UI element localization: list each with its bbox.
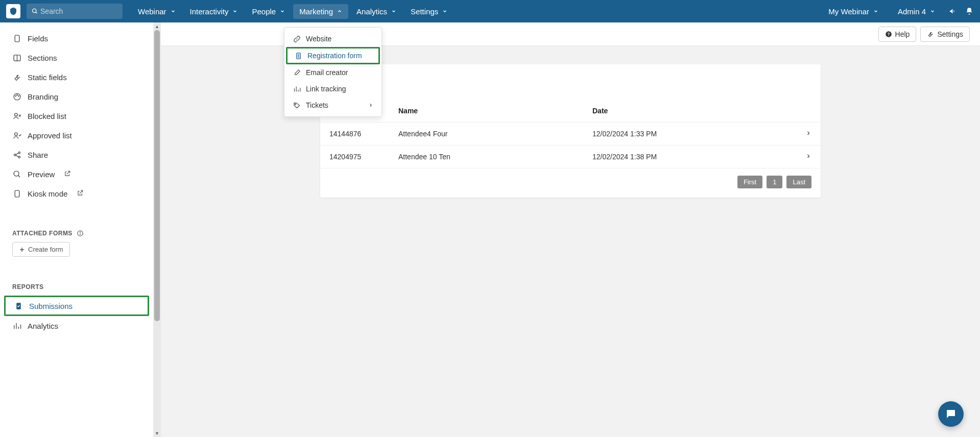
- sidebar-branding[interactable]: Branding: [0, 87, 153, 106]
- col-name: Name: [389, 100, 583, 123]
- nav-analytics[interactable]: Analytics: [350, 4, 402, 19]
- clipboard-check-icon: [14, 301, 23, 310]
- sidebar-label: Analytics: [28, 322, 58, 330]
- search-input[interactable]: [40, 7, 117, 15]
- wrench-icon: [12, 72, 21, 82]
- megaphone-icon: [949, 7, 957, 15]
- nav-label: Analytics: [356, 7, 387, 16]
- link-icon: [293, 35, 301, 43]
- dropdown-website[interactable]: Website: [284, 31, 381, 47]
- sidebar-label: Submissions: [29, 302, 73, 310]
- nav-user[interactable]: Admin 4: [892, 4, 941, 19]
- svg-line-28: [18, 175, 20, 177]
- svg-point-32: [80, 232, 80, 232]
- chevron-down-icon: [930, 9, 935, 14]
- search-box[interactable]: [27, 4, 123, 19]
- submissions-card: Submissions ID Name Date 14144876 Attend…: [320, 64, 821, 198]
- dropdown-tickets[interactable]: Tickets: [284, 97, 381, 113]
- pagination: First 1 Last: [320, 168, 821, 188]
- dropdown-registration-form[interactable]: Registration form: [286, 47, 380, 64]
- tablet-icon: [12, 189, 21, 198]
- chevron-down-icon: [442, 9, 447, 14]
- edit-icon: [293, 68, 301, 77]
- row-expand[interactable]: [795, 145, 821, 168]
- nav-label: Admin 4: [898, 7, 926, 16]
- user-check-icon: [12, 131, 21, 140]
- nav-webinar[interactable]: Webinar: [132, 4, 182, 19]
- marketing-dropdown: Website Registration form Email creator …: [284, 27, 382, 117]
- chevron-down-icon: [171, 9, 176, 14]
- sidebar-kiosk-mode[interactable]: Kiosk mode: [0, 184, 153, 203]
- button-label: Settings: [937, 30, 963, 38]
- bell-icon: [965, 7, 973, 15]
- sidebar-label: Fields: [28, 34, 48, 43]
- nav-my-webinar[interactable]: My Webinar: [822, 4, 885, 19]
- megaphone-button[interactable]: [948, 7, 958, 16]
- chat-button[interactable]: [938, 401, 964, 427]
- chevron-down-icon: [391, 9, 396, 14]
- svg-point-17: [18, 95, 18, 96]
- dropdown-email-creator[interactable]: Email creator: [284, 64, 381, 81]
- sidebar-static-fields[interactable]: Static fields: [0, 67, 153, 87]
- sidebar-fields[interactable]: Fields: [0, 29, 153, 48]
- external-link-icon: [64, 170, 71, 179]
- nav-interactivity[interactable]: Interactivity: [184, 4, 244, 19]
- dropdown-label: Email creator: [306, 68, 348, 77]
- sidebar: Fields Sections Static fields Branding B…: [0, 22, 153, 437]
- nav-label: Interactivity: [190, 7, 229, 16]
- svg-point-16: [16, 94, 17, 95]
- nav-settings[interactable]: Settings: [404, 4, 453, 19]
- create-form-button[interactable]: Create form: [12, 242, 70, 257]
- sidebar-blocked-list[interactable]: Blocked list: [0, 106, 153, 126]
- sidebar-sections[interactable]: Sections: [0, 48, 153, 67]
- scrollbar-thumb[interactable]: [154, 30, 160, 321]
- sidebar-label: Sections: [28, 54, 57, 62]
- row-expand[interactable]: [795, 123, 821, 145]
- share-icon: [12, 150, 21, 159]
- nav-marketing[interactable]: Marketing: [293, 4, 348, 19]
- external-link-icon: [77, 189, 84, 198]
- sidebar-approved-list[interactable]: Approved list: [0, 126, 153, 145]
- sidebar-label: Preview: [28, 170, 55, 179]
- clipboard-icon: [294, 52, 302, 60]
- page-last-button[interactable]: Last: [786, 176, 811, 188]
- nav-label: Settings: [411, 7, 438, 16]
- columns-icon: [12, 53, 21, 62]
- nav-label: People: [252, 7, 276, 16]
- info-icon[interactable]: [77, 230, 84, 237]
- sidebar-analytics[interactable]: Analytics: [0, 316, 153, 335]
- scroll-up-arrow[interactable]: ▲: [153, 22, 161, 30]
- svg-rect-29: [15, 190, 19, 197]
- clipboard-icon: [12, 34, 21, 43]
- logo-icon: [9, 7, 18, 16]
- table-row[interactable]: 14204975 Attendee 10 Ten 12/02/2024 1:38…: [320, 145, 821, 168]
- scroll-down-arrow[interactable]: ▼: [153, 429, 161, 437]
- table-row[interactable]: 14144876 Attendee4 Four 12/02/2024 1:33 …: [320, 123, 821, 145]
- sidebar-share[interactable]: Share: [0, 145, 153, 164]
- sidebar-label: Share: [28, 151, 48, 159]
- submissions-table: ID Name Date 14144876 Attendee4 Four 12/…: [320, 100, 821, 168]
- cell-date: 12/02/2024 1:33 PM: [583, 123, 795, 145]
- top-navbar: Webinar Interactivity People Marketing A…: [0, 0, 980, 22]
- svg-point-10: [295, 104, 296, 105]
- svg-text:?: ?: [887, 32, 890, 36]
- sidebar-preview[interactable]: Preview: [0, 164, 153, 184]
- sidebar-scrollbar[interactable]: ▲ ▼: [153, 22, 161, 437]
- dropdown-label: Link tracking: [306, 85, 346, 93]
- app-logo[interactable]: [6, 4, 20, 18]
- settings-button[interactable]: Settings: [920, 27, 970, 42]
- dropdown-link-tracking[interactable]: Link tracking: [284, 81, 381, 97]
- svg-line-25: [15, 153, 18, 154]
- sidebar-submissions[interactable]: Submissions: [4, 296, 149, 316]
- dropdown-label: Website: [306, 35, 331, 43]
- help-button[interactable]: ?Help: [878, 27, 917, 42]
- button-label: Create form: [28, 246, 63, 253]
- nav-label: Marketing: [299, 7, 333, 16]
- chart-icon: [293, 85, 301, 93]
- nav-people[interactable]: People: [246, 4, 291, 19]
- page-1-button[interactable]: 1: [767, 176, 782, 188]
- wrench-icon: [927, 31, 934, 38]
- notifications-button[interactable]: [965, 7, 974, 16]
- page-first-button[interactable]: First: [737, 176, 762, 188]
- dropdown-label: Registration form: [307, 52, 362, 60]
